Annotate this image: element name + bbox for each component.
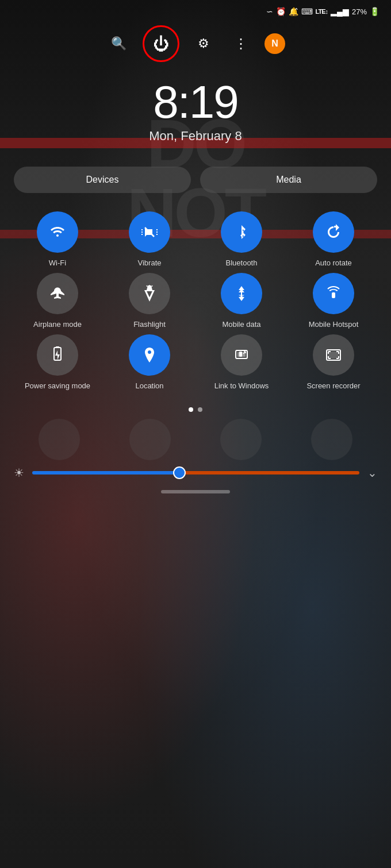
autorotate-tile-label: Auto rotate: [315, 259, 352, 268]
wifi-status-icon: ⌨: [301, 7, 313, 16]
tile-autorotate[interactable]: Auto rotate: [290, 211, 377, 268]
screenrecorder-tile-label: Screen recorder: [306, 381, 360, 391]
more-icon: ⋮: [234, 36, 247, 52]
time-display: 8:19: [0, 79, 391, 125]
vibrate-tile-icon: [129, 211, 170, 253]
linktowindows-tile-icon: [221, 334, 262, 376]
pagination-dot-2: [198, 407, 202, 412]
time-section: 8:19 Mon, February 8: [0, 68, 391, 149]
powersaving-tile-icon: [37, 334, 78, 376]
tile-hotspot[interactable]: Mobile Hotspot: [290, 273, 377, 330]
tile-screenrecorder[interactable]: Screen recorder: [290, 334, 377, 391]
dnd-status-icon: 🔔̂: [289, 7, 298, 16]
pagination-dot-1: [189, 407, 193, 412]
bottom-tiles-preview: [0, 419, 391, 460]
mobiledata-tile-label: Mobile data: [222, 320, 260, 330]
tile-wifi[interactable]: Wi-Fi: [14, 211, 101, 268]
tile-bluetooth[interactable]: Bluetooth: [198, 211, 285, 268]
search-icon: 🔍: [111, 36, 126, 51]
power-button[interactable]: ⏻: [143, 25, 179, 62]
brightness-sun-icon: ☀: [14, 466, 24, 480]
tile-vibrate[interactable]: Vibrate: [106, 211, 193, 268]
bottom-nav-bar: [161, 490, 230, 493]
gear-icon: ⚙: [198, 36, 209, 51]
bluetooth-tile-label: Bluetooth: [226, 259, 258, 268]
media-button[interactable]: Media: [200, 167, 377, 193]
bottom-tile-1: [39, 419, 80, 460]
location-tile-icon: [129, 334, 170, 376]
quick-tiles-grid: Wi-Fi Vibrate: [0, 202, 391, 400]
power-icon: ⏻: [153, 34, 169, 53]
bottom-tile-4: [311, 419, 352, 460]
svg-line-9: [147, 286, 147, 287]
search-button[interactable]: 🔍: [106, 31, 131, 56]
wifi-tile-label: Wi-Fi: [49, 259, 66, 268]
brightness-row[interactable]: ☀ ⌄: [0, 460, 391, 485]
brightness-slider[interactable]: [32, 471, 359, 474]
svg-rect-12: [56, 346, 59, 348]
svg-rect-10: [332, 292, 335, 298]
tile-mobiledata[interactable]: Mobile data: [198, 273, 285, 330]
lte-status-icon: LTE↕: [316, 8, 328, 15]
alarm-status-icon: ⏰: [276, 7, 286, 16]
notification-label: N: [271, 38, 278, 49]
tile-linktowindows[interactable]: Link to Windows: [198, 334, 285, 391]
tile-powersaving[interactable]: Power saving mode: [14, 334, 101, 391]
airplane-tile-icon: [37, 273, 78, 314]
bottom-tile-3: [220, 419, 262, 460]
bluetooth-tile-icon: [221, 211, 262, 253]
battery-percentage: 27%: [352, 7, 367, 16]
tile-flashlight[interactable]: Flashlight: [106, 273, 193, 330]
devices-media-row: Devices Media: [0, 149, 391, 202]
airplane-tile-label: Airplane mode: [33, 320, 82, 330]
tile-location[interactable]: Location: [106, 334, 193, 391]
more-options-button[interactable]: ⋮: [228, 31, 253, 56]
linktowindows-tile-label: Link to Windows: [214, 381, 269, 391]
settings-button[interactable]: ⚙: [191, 31, 216, 56]
vibrate-tile-label: Vibrate: [138, 259, 162, 268]
svg-rect-17: [328, 352, 339, 358]
signal-status-icon: ▂▄▆: [331, 7, 349, 16]
hotspot-tile-label: Mobile Hotspot: [309, 320, 359, 330]
svg-line-8: [152, 286, 152, 287]
brightness-chevron-icon[interactable]: ⌄: [367, 466, 377, 480]
pagination: [0, 400, 391, 419]
status-bar: ∽ ⏰ 🔔̂ ⌨ LTE↕ ▂▄▆ 27% 🔋: [0, 0, 391, 20]
brightness-thumb: [173, 466, 186, 479]
bottom-tile-2: [129, 419, 171, 460]
bluetooth-status-icon: ∽: [266, 7, 273, 16]
quick-settings-controls: 🔍 ⏻ ⚙ ⋮ N: [0, 20, 391, 68]
hotspot-tile-icon: [313, 273, 354, 314]
tile-airplane[interactable]: Airplane mode: [14, 273, 101, 330]
screenrecorder-tile-icon: [313, 334, 354, 376]
status-icons: ∽ ⏰ 🔔̂ ⌨ LTE↕ ▂▄▆ 27% 🔋: [266, 7, 379, 16]
flashlight-tile-label: Flashlight: [133, 320, 166, 330]
wifi-tile-icon: [37, 211, 78, 253]
svg-rect-15: [239, 352, 242, 357]
battery-icon: 🔋: [370, 7, 379, 16]
devices-button[interactable]: Devices: [14, 167, 191, 193]
flashlight-tile-icon: [129, 273, 170, 314]
autorotate-tile-icon: [313, 211, 354, 253]
date-display: Mon, February 8: [0, 129, 391, 144]
powersaving-tile-label: Power saving mode: [25, 381, 90, 391]
mobiledata-tile-icon: [221, 273, 262, 314]
location-tile-label: Location: [135, 381, 163, 391]
notification-badge[interactable]: N: [264, 33, 285, 54]
